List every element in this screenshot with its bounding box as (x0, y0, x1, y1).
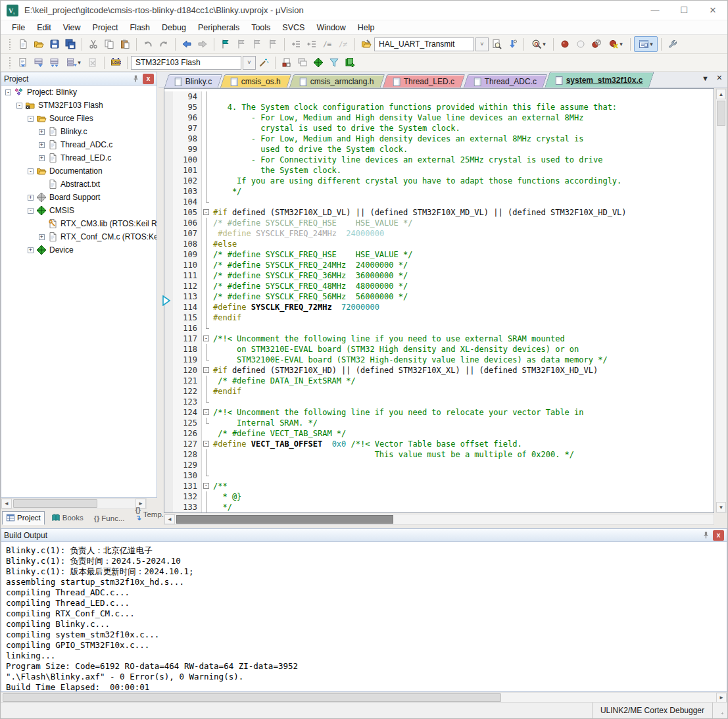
code-line-105[interactable]: 105-#if defined (STM32F10X_LD_VL) || (de… (164, 207, 714, 218)
menu-view[interactable]: View (57, 22, 87, 34)
pack-installer-button[interactable] (342, 55, 358, 70)
previous-bookmark-button[interactable] (249, 36, 265, 52)
scroll-thumb[interactable] (13, 499, 97, 508)
breakpoint-margin[interactable] (164, 407, 173, 418)
code-line-109[interactable]: 109/* #define SYSCLK_FREQ_HSE HSE_VALUE … (164, 249, 714, 260)
fold-collapse-icon[interactable]: - (203, 335, 209, 341)
code-line-98[interactable]: 98 - For Low, Medium and High density de… (164, 134, 714, 144)
breakpoint-margin[interactable] (164, 386, 173, 397)
code-line-130[interactable]: 130 (164, 470, 714, 481)
save-button[interactable] (47, 36, 62, 52)
toggle-breakpoint-button[interactable] (557, 36, 573, 52)
scroll-thumb[interactable] (717, 101, 725, 126)
code-line-110[interactable]: 110/* #define SYSCLK_FREQ_24MHz 24000000… (164, 260, 714, 270)
menu-edit[interactable]: Edit (31, 22, 57, 34)
uncomment-selection-button[interactable] (335, 36, 351, 52)
menu-peripherals[interactable]: Peripherals (192, 22, 245, 34)
tree-item-STM32F103[interactable]: -STM32F103 Flash (1, 99, 157, 112)
next-bookmark-button[interactable] (233, 36, 249, 52)
menu-file[interactable]: File (6, 22, 31, 34)
code-line-101[interactable]: 101 the System clock. (164, 165, 714, 176)
manage-project-items-button[interactable] (279, 55, 295, 70)
code-line-108[interactable]: 108#else (164, 239, 714, 249)
fold-collapse-icon[interactable]: - (203, 209, 209, 215)
scroll-up-icon[interactable]: ▲ (716, 89, 726, 99)
indent-left-button[interactable] (304, 36, 320, 52)
editor-tab-Blinky.c[interactable]: Blinky.c (164, 74, 223, 87)
download-button[interactable] (108, 55, 124, 70)
resize-grip[interactable] (713, 703, 727, 718)
build-output-close-button[interactable]: x (713, 530, 724, 541)
navigate-forward-button[interactable] (195, 36, 210, 52)
breakpoint-margin[interactable] (164, 323, 173, 334)
pin-icon[interactable] (700, 530, 712, 541)
breakpoint-margin[interactable] (164, 481, 173, 491)
editor-tab-Thread_ADC.c[interactable]: Thread_ADC.c (463, 74, 547, 87)
project-panel-close-button[interactable]: x (143, 74, 154, 84)
save-all-button[interactable] (62, 36, 78, 52)
code-line-124[interactable]: 124-/*!< Uncomment the following line if… (164, 407, 714, 418)
comment-selection-button[interactable] (320, 36, 335, 52)
project-horizontal-scrollbar[interactable]: ◄ ► (1, 498, 147, 509)
expand-icon[interactable]: + (28, 247, 34, 253)
redo-button[interactable] (156, 36, 172, 52)
tree-item-Project[interactable]: -Project: Blinky (1, 86, 157, 99)
breakpoint-margin[interactable] (164, 144, 173, 155)
kill-all-breakpoints-button[interactable]: ▾ (604, 36, 627, 52)
expand-icon[interactable]: + (39, 155, 45, 161)
expand-icon[interactable]: + (39, 129, 45, 135)
code-line-126[interactable]: 126 /* #define VECT_TAB_SRAM */ (164, 428, 714, 439)
breakpoint-margin[interactable] (164, 344, 173, 355)
minimize-button[interactable]: — (641, 1, 669, 20)
expand-icon[interactable]: + (39, 142, 45, 148)
tab-list-dropdown-button[interactable]: ▼ (702, 74, 709, 82)
breakpoint-margin[interactable] (164, 176, 173, 186)
batch-build-button[interactable]: ▾ (62, 55, 85, 70)
document-close-button[interactable]: × (717, 74, 722, 82)
options-for-target-button[interactable] (256, 55, 272, 70)
quick-find-button[interactable]: ▾ (527, 36, 550, 52)
breakpoint-margin[interactable] (164, 134, 173, 144)
code-line-104[interactable]: 104 (164, 197, 714, 207)
breakpoint-margin[interactable] (164, 428, 173, 439)
tree-item-Blinky.c[interactable]: +Blinky.c (1, 125, 157, 138)
target-dropdown-button[interactable]: ˅ (243, 56, 256, 70)
code-line-107[interactable]: 107 #define SYSCLK_FREQ_24MHz 24000000 (164, 228, 714, 239)
tree-item-RTX_Conf_CM.c[interactable]: +RTX_Conf_CM.c (RTOS:Ke (1, 230, 157, 243)
collapse-icon[interactable]: - (5, 89, 11, 95)
code-editor[interactable]: 9495 4. The System clock configuration f… (164, 88, 714, 513)
editor-vertical-scrollbar[interactable]: ▲ ▼ (716, 88, 727, 513)
rebuild-button[interactable] (47, 55, 62, 70)
breakpoint-margin[interactable] (164, 281, 173, 291)
open-file-button[interactable] (31, 36, 47, 52)
editor-horizontal-scrollbar[interactable]: ◄ (164, 514, 714, 525)
breakpoint-margin[interactable] (164, 470, 173, 481)
workspace-tab-project[interactable]: Project (2, 511, 45, 525)
workspace-tab-books[interactable]: Books (47, 511, 87, 525)
breakpoint-margin[interactable] (164, 123, 173, 134)
editor-tab-Thread_LED.c[interactable]: Thread_LED.c (383, 74, 466, 87)
editor-tab-system_stm32f10x.c[interactable]: system_stm32f10x.c (545, 72, 654, 87)
new-file-button[interactable] (15, 36, 31, 52)
debug-windows-button[interactable]: ▾ (634, 36, 658, 52)
code-line-127[interactable]: 127-#define VECT_TAB_OFFSET 0x0 /*!< Vec… (164, 439, 714, 449)
scroll-thumb[interactable] (176, 515, 393, 524)
collapse-icon[interactable]: - (28, 168, 34, 174)
tree-item-Documentation[interactable]: -Documentation (1, 164, 157, 178)
target-name[interactable]: STM32F103 Flash (132, 58, 241, 67)
code-line-97[interactable]: 97 crystal is used to drive the System c… (164, 123, 714, 134)
code-line-118[interactable]: 118 on STM3210E-EVAL board (STM32 High d… (164, 344, 714, 355)
find-in-files-folder-icon[interactable] (358, 36, 374, 52)
tree-item-Thread_LED.c[interactable]: +Thread_LED.c (1, 151, 157, 164)
breakpoint-margin[interactable] (164, 439, 173, 449)
clear-bookmarks-button[interactable] (265, 36, 281, 52)
menu-window[interactable]: Window (310, 22, 351, 34)
find-text[interactable]: HAL_UART_Transmit (375, 39, 473, 49)
tree-item-Abstract.txt[interactable]: Abstract.txt (1, 178, 157, 191)
breakpoint-margin[interactable] (164, 102, 173, 112)
tree-item-Source[interactable]: -Source Files (1, 112, 157, 125)
collapse-icon[interactable]: - (28, 208, 34, 214)
multi-project-workspace-button[interactable] (295, 55, 310, 70)
breakpoint-margin[interactable] (164, 418, 173, 428)
navigate-back-button[interactable] (179, 36, 195, 52)
